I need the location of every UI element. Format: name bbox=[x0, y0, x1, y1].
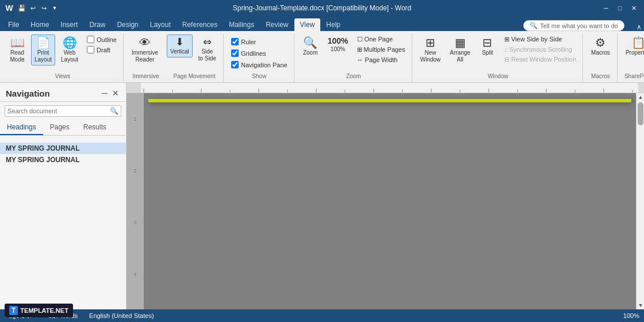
language: English (United States) bbox=[89, 312, 154, 319]
nav-tabs[interactable]: Headings Pages Results bbox=[0, 120, 126, 136]
quick-access-buttons[interactable]: 💾 ↩ ↪ ▼ bbox=[17, 3, 59, 13]
ribbon: 📖 ReadMode 📄 PrintLayout 🌐 WebLayout Out… bbox=[0, 31, 644, 83]
vertical-scrollbar[interactable]: ▲ ▼ bbox=[636, 93, 644, 309]
zoom-level[interactable]: 100% bbox=[623, 312, 639, 319]
side-to-side-icon: ⇔ bbox=[203, 37, 212, 47]
nav-tab-pages[interactable]: Pages bbox=[43, 120, 76, 135]
print-layout-icon: 📄 bbox=[36, 37, 51, 48]
split-button[interactable]: ⊟ Split bbox=[476, 34, 499, 59]
nav-search-box[interactable]: 🔍 bbox=[5, 105, 121, 117]
synchronous-scrolling-button[interactable]: ↕ Synchronous Scrolling bbox=[501, 45, 579, 54]
reset-window-position-button[interactable]: ⊟ Reset Window Position bbox=[501, 55, 579, 64]
save-icon[interactable]: 💾 bbox=[17, 3, 26, 13]
sharepoint-group-label: SharePoint bbox=[624, 73, 644, 81]
nav-header-buttons[interactable]: ─ ✕ bbox=[101, 87, 120, 99]
zoom-100-icon: 100% bbox=[328, 37, 348, 45]
page-num-3: 3 bbox=[133, 220, 136, 225]
window-controls[interactable]: ─ □ ✕ bbox=[600, 3, 639, 13]
search-input[interactable] bbox=[7, 108, 110, 114]
ribbon-group-macros: ⚙ Macros Macros bbox=[584, 33, 618, 82]
one-page-button[interactable]: ☐ One Page bbox=[354, 34, 408, 44]
tab-home[interactable]: Home bbox=[25, 18, 55, 31]
views-small-buttons: Outline Draft bbox=[84, 34, 120, 55]
scroll-thumb[interactable] bbox=[638, 102, 643, 125]
view-side-by-side-button[interactable]: ⊞ View Side by Side bbox=[501, 34, 579, 44]
vertical-button[interactable]: ⬇ Vertical bbox=[167, 34, 193, 57]
nav-panel-header: Navigation ─ ✕ bbox=[0, 83, 126, 102]
tab-view[interactable]: View bbox=[294, 18, 321, 31]
nav-heading-2[interactable]: MY SPRING JOURNAL bbox=[0, 154, 126, 166]
print-layout-button[interactable]: 📄 PrintLayout bbox=[31, 34, 55, 66]
document-area: 1 2 3 4 bbox=[126, 83, 644, 309]
tell-me-text[interactable]: Tell me what you want to do bbox=[540, 22, 618, 29]
undo-icon[interactable]: ↩ bbox=[28, 3, 37, 13]
nav-panel-title: Navigation bbox=[6, 89, 50, 98]
tab-design[interactable]: Design bbox=[111, 18, 144, 31]
gridlines-checkbox[interactable]: Gridlines bbox=[228, 48, 269, 58]
tab-mailings[interactable]: Mailings bbox=[223, 18, 260, 31]
tab-layout[interactable]: Layout bbox=[144, 18, 177, 31]
ribbon-tab-bar[interactable]: File Home Insert Draw Design Layout Refe… bbox=[0, 16, 644, 31]
tell-me-box[interactable]: 🔍 Tell me what you want to do bbox=[523, 20, 624, 31]
svg-rect-1 bbox=[126, 83, 141, 93]
draft-button[interactable]: Draft bbox=[84, 45, 120, 55]
word-icon: W bbox=[5, 3, 14, 13]
outline-button[interactable]: Outline bbox=[84, 34, 120, 44]
window-group-label: Window bbox=[488, 73, 508, 81]
web-layout-button[interactable]: 🌐 WebLayout bbox=[57, 34, 82, 66]
document-page[interactable]: Mulbery Elkhart Academy 143 Hawthorne Rd… bbox=[148, 99, 631, 102]
nav-tab-results[interactable]: Results bbox=[76, 120, 113, 135]
immersive-group-label: Immersive Page Movement bbox=[132, 73, 215, 81]
immersive-reader-button[interactable]: 👁 ImmersiveReader bbox=[128, 34, 162, 66]
ruler-checkbox[interactable]: Ruler bbox=[228, 37, 259, 47]
multiple-pages-button[interactable]: ⊞ Multiple Pages bbox=[354, 45, 408, 55]
page-num-4: 4 bbox=[133, 271, 136, 277]
status-bar: Page 1 of 4 517 words English (United St… bbox=[0, 309, 644, 322]
ribbon-group-sharepoint: 📋 Properties SharePoint bbox=[619, 33, 644, 82]
page-width-button[interactable]: ↔ Page Width bbox=[354, 55, 408, 64]
minimize-button[interactable]: ─ bbox=[600, 3, 612, 13]
tab-file[interactable]: File bbox=[2, 18, 25, 31]
search-submit-button[interactable]: 🔍 bbox=[110, 107, 118, 115]
nav-content: MY SPRING JOURNAL MY SPRING JOURNAL bbox=[0, 136, 126, 309]
properties-button[interactable]: 📋 Properties bbox=[622, 34, 644, 59]
nav-tab-headings[interactable]: Headings bbox=[0, 120, 43, 135]
zoom-group-label: Zoom bbox=[346, 73, 361, 81]
zoom-100-button[interactable]: 100% 100% bbox=[324, 34, 352, 55]
nav-heading-1[interactable]: MY SPRING JOURNAL bbox=[0, 143, 126, 154]
zoom-small-btns: ☐ One Page ⊞ Multiple Pages ↔ Page Width bbox=[354, 34, 408, 64]
show-group-label: Show bbox=[252, 73, 266, 81]
ribbon-group-views: 📖 ReadMode 📄 PrintLayout 🌐 WebLayout Out… bbox=[2, 33, 124, 82]
side-to-side-button[interactable]: ⇔ Sideto Side bbox=[195, 34, 220, 64]
customize-icon[interactable]: ▼ bbox=[50, 3, 59, 13]
arrange-all-button[interactable]: ▦ ArrangeAll bbox=[446, 34, 474, 66]
navigation-pane-checkbox[interactable]: Navigation Pane bbox=[228, 60, 290, 70]
window-title: Spring-Journal-Template.docx [Compatibil… bbox=[233, 4, 412, 12]
page-canvas[interactable]: Mulbery Elkhart Academy 143 Hawthorne Rd… bbox=[144, 93, 636, 309]
macros-button[interactable]: ⚙ Macros bbox=[588, 34, 614, 59]
scroll-down-button[interactable]: ▼ bbox=[637, 301, 644, 309]
tab-draw[interactable]: Draw bbox=[83, 18, 111, 31]
tab-review[interactable]: Review bbox=[260, 18, 294, 31]
nav-close-button[interactable]: ✕ bbox=[111, 87, 120, 99]
window-content: ⊞ NewWindow ▦ ArrangeAll ⊟ Split ⊞ View … bbox=[417, 34, 579, 72]
ribbon-collapse-icon[interactable]: ∧ bbox=[637, 23, 642, 31]
zoom-icon: 🔍 bbox=[303, 37, 317, 48]
nav-minimize-button[interactable]: ─ bbox=[101, 87, 109, 99]
new-window-button[interactable]: ⊞ NewWindow bbox=[417, 34, 444, 66]
ribbon-group-window: ⊞ NewWindow ▦ ArrangeAll ⊟ Split ⊞ View … bbox=[413, 33, 583, 82]
tab-references[interactable]: References bbox=[177, 18, 223, 31]
tab-help[interactable]: Help bbox=[320, 18, 346, 31]
tab-insert[interactable]: Insert bbox=[55, 18, 83, 31]
views-group-label: Views bbox=[55, 73, 71, 81]
web-layout-icon: 🌐 bbox=[63, 37, 77, 48]
doc-scroll-area: 1 2 3 4 bbox=[126, 93, 644, 309]
close-button[interactable]: ✕ bbox=[628, 3, 639, 13]
scroll-up-button[interactable]: ▲ bbox=[637, 93, 644, 101]
read-mode-icon: 📖 bbox=[10, 37, 25, 48]
read-mode-button[interactable]: 📖 ReadMode bbox=[6, 34, 29, 66]
window-small-btns: ⊞ View Side by Side ↕ Synchronous Scroll… bbox=[501, 34, 579, 64]
restore-button[interactable]: □ bbox=[614, 3, 626, 13]
redo-icon[interactable]: ↪ bbox=[39, 3, 48, 13]
zoom-button[interactable]: 🔍 Zoom bbox=[299, 34, 322, 59]
